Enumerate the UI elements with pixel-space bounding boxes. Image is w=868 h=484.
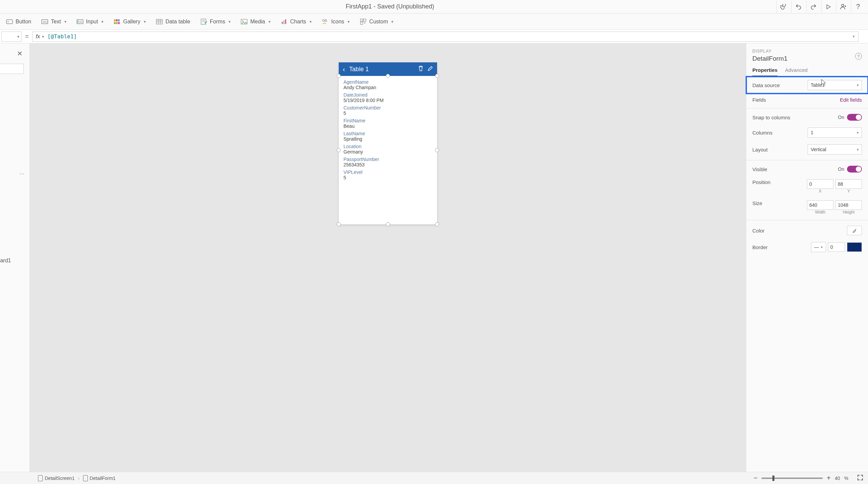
resize-handle[interactable] (435, 222, 439, 226)
canvas[interactable]: ‹ Table 1 AgentNameAndy Champan DateJoin… (30, 43, 746, 472)
prop-label: Size (752, 200, 762, 206)
formula-input[interactable]: fx ▾ [@Table1] ▾ (32, 32, 859, 42)
undo-icon[interactable] (791, 1, 805, 13)
edit-fields-link[interactable]: Edit fields (840, 97, 862, 103)
icons-icon (322, 18, 329, 25)
visible-toggle[interactable] (847, 166, 862, 173)
gallery-icon (114, 18, 120, 25)
tree-item-menu[interactable]: … (19, 169, 25, 176)
field-value: 5/19/2019 8:00 PM (343, 98, 432, 103)
svg-point-28 (322, 19, 324, 21)
tree-item[interactable]: aCard1 (0, 258, 11, 264)
user-icon[interactable] (836, 1, 850, 13)
close-icon[interactable]: ✕ (17, 49, 23, 58)
svg-point-3 (8, 21, 9, 22)
redo-icon[interactable] (806, 1, 820, 13)
resize-handle[interactable] (435, 74, 439, 78)
detail-form[interactable]: ‹ Table 1 AgentNameAndy Champan DateJoin… (339, 62, 437, 224)
field-value: 5 (343, 175, 432, 180)
zoom-slider[interactable] (762, 478, 823, 479)
svg-rect-25 (282, 22, 283, 24)
field-label: AgentName (343, 79, 432, 85)
chevron-down-icon: ▾ (391, 19, 393, 24)
chevron-down-icon: ▾ (310, 19, 312, 24)
chevron-down-icon: ▾ (857, 83, 859, 87)
axis-label: X (807, 189, 833, 194)
chevron-down-icon: ▾ (229, 19, 231, 24)
ribbon-media[interactable]: Media▾ (239, 17, 273, 26)
input-icon: Ab (77, 18, 83, 25)
chevron-down-icon: ▾ (821, 245, 823, 249)
resize-handle[interactable] (435, 148, 439, 152)
axis-label: Width (807, 210, 833, 215)
prop-color: Color (746, 222, 868, 239)
ribbon-datatable[interactable]: Data table (154, 17, 192, 26)
snap-toggle[interactable] (847, 114, 862, 121)
svg-rect-14 (118, 22, 120, 24)
play-icon[interactable] (821, 1, 835, 13)
size-width-input[interactable] (807, 200, 833, 210)
border-color-picker[interactable] (847, 242, 862, 252)
svg-rect-10 (116, 19, 118, 21)
breadcrumb-screen[interactable]: DetailScreen1 (35, 475, 78, 481)
text-icon: Abc (41, 18, 48, 25)
position-x-input[interactable] (807, 179, 833, 189)
fullscreen-icon[interactable] (857, 475, 863, 482)
size-height-input[interactable] (835, 200, 862, 210)
position-y-input[interactable] (835, 179, 862, 189)
resize-handle[interactable] (337, 148, 341, 152)
color-picker[interactable] (847, 226, 862, 235)
ribbon-text[interactable]: Abc Text▾ (39, 17, 68, 26)
zoom-out-button[interactable]: − (754, 474, 758, 482)
property-selector[interactable]: ▾ (1, 32, 22, 42)
field-label: VIPLevel (343, 169, 432, 175)
panel-category: DISPLAY (752, 49, 862, 54)
prop-layout: Layout Vertical ▾ (746, 141, 868, 158)
form-icon (83, 475, 88, 481)
ribbon-gallery[interactable]: Gallery▾ (112, 17, 148, 26)
breadcrumb-form[interactable]: DetailForm1 (80, 475, 119, 481)
search-input[interactable] (0, 64, 24, 74)
svg-rect-9 (114, 19, 116, 21)
prop-fields: Fields Edit fields (746, 94, 868, 106)
ribbon-button[interactable]: Button (4, 17, 33, 26)
svg-rect-12 (114, 22, 116, 24)
app-title: FirstApp1 - Saved (Unpublished) (3, 3, 776, 10)
ribbon-charts[interactable]: Charts▾ (279, 17, 314, 26)
resize-handle[interactable] (386, 74, 390, 78)
panel-help-icon[interactable]: ? (855, 53, 862, 60)
prop-position: Position X Y (746, 176, 868, 197)
border-width-input[interactable] (828, 242, 845, 252)
tab-properties[interactable]: Properties (752, 67, 777, 76)
resize-handle[interactable] (337, 74, 341, 78)
chevron-down-icon: ▾ (144, 19, 146, 24)
edit-icon[interactable] (428, 66, 433, 73)
zoom-in-button[interactable]: + (827, 474, 831, 482)
chevron-down-icon[interactable]: ▾ (853, 34, 855, 39)
data-source-select[interactable]: Table1 ▾ (808, 80, 862, 90)
layout-select[interactable]: Vertical ▾ (808, 144, 862, 155)
prop-data-source: Data source Table1 ▾ (746, 77, 868, 94)
prop-label: Color (752, 228, 765, 234)
prop-size: Size Width Height (746, 197, 868, 218)
ribbon-icons[interactable]: Icons▾ (320, 17, 352, 26)
back-icon[interactable]: ‹ (343, 65, 345, 73)
columns-select[interactable]: 1 ▾ (808, 127, 862, 138)
field-value: 25634353 (343, 162, 432, 167)
ribbon-input[interactable]: Ab Input▾ (75, 17, 106, 26)
svg-rect-15 (156, 19, 162, 24)
resize-handle[interactable] (337, 222, 341, 226)
health-icon[interactable] (776, 1, 790, 13)
border-style-select[interactable]: —▾ (811, 242, 826, 252)
tab-advanced[interactable]: Advanced (785, 67, 808, 76)
chevron-down-icon: ▾ (64, 19, 66, 24)
field-value: Andy Champan (343, 85, 432, 90)
ribbon-forms[interactable]: Forms▾ (198, 17, 233, 26)
resize-handle[interactable] (386, 222, 390, 226)
help-icon[interactable]: ? (851, 1, 865, 13)
ribbon-custom[interactable]: + Custom▾ (358, 17, 395, 26)
screen-icon (38, 475, 43, 481)
delete-icon[interactable] (418, 65, 423, 73)
axis-label: Height (835, 210, 862, 215)
chevron-down-icon: ▾ (42, 34, 44, 39)
